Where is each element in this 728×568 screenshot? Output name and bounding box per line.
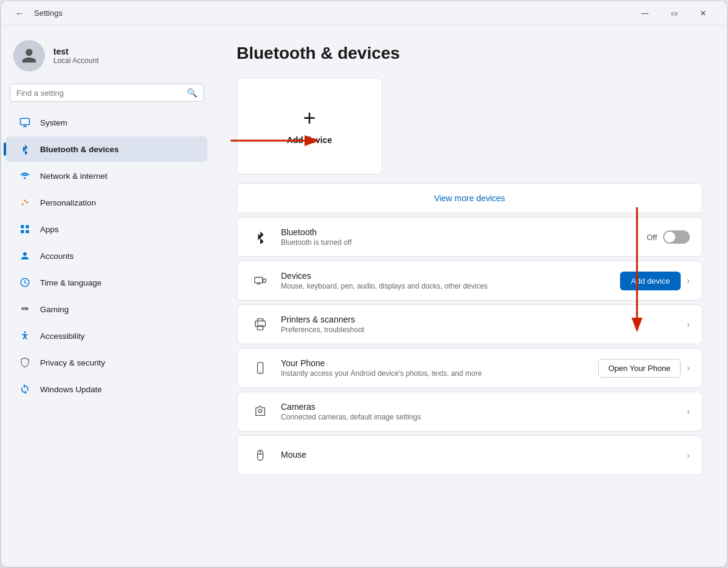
sidebar-item-label-network: Network & internet [40, 172, 107, 181]
devices-card: Devices Mouse, keyboard, pen, audio, dis… [237, 261, 703, 301]
bluetooth-row[interactable]: Bluetooth Bluetooth is turned off Off [237, 218, 702, 256]
devices-add-device-button[interactable]: Add device [620, 272, 681, 290]
your-phone-row[interactable]: Your Phone Instantly access your Android… [237, 349, 702, 387]
sidebar-item-system[interactable]: System [6, 110, 207, 135]
view-more-text: View more devices [434, 193, 505, 203]
svg-point-7 [24, 332, 26, 333]
sidebar-item-label-accounts: Accounts [40, 252, 74, 261]
bluetooth-card: Bluetooth Bluetooth is turned off Off [237, 217, 703, 257]
bluetooth-toggle-wrap: Off [647, 230, 690, 244]
mouse-row-text: Mouse [281, 450, 687, 461]
apps-icon [18, 222, 32, 236]
printers-row-subtitle: Preferences, troubleshoot [281, 326, 687, 334]
your-phone-chevron: › [687, 363, 690, 373]
minimize-button[interactable]: — [631, 4, 659, 23]
back-button[interactable]: ← [11, 5, 28, 22]
devices-row[interactable]: Devices Mouse, keyboard, pen, audio, dis… [237, 261, 702, 300]
cameras-row-subtitle: Connected cameras, default image setting… [281, 413, 687, 421]
mouse-row-icon [249, 444, 271, 466]
svg-rect-5 [26, 230, 29, 233]
sidebar-item-bluetooth[interactable]: Bluetooth & devices [6, 136, 207, 162]
printers-chevron: › [687, 319, 690, 329]
bluetooth-nav-icon [18, 142, 32, 156]
cameras-row-text: Cameras Connected cameras, default image… [281, 402, 687, 421]
bluetooth-row-subtitle: Bluetooth is turned off [281, 238, 647, 247]
your-phone-row-text: Your Phone Instantly access your Android… [281, 358, 598, 378]
search-box[interactable]: 🔍 [10, 84, 204, 102]
your-phone-row-title: Your Phone [281, 358, 598, 368]
toggle-knob [664, 232, 675, 242]
maximize-button[interactable]: ▭ [660, 4, 688, 23]
sidebar-item-gaming[interactable]: Gaming [6, 296, 207, 322]
svg-rect-3 [26, 225, 29, 228]
svg-rect-2 [21, 225, 24, 228]
your-phone-row-subtitle: Instantly access your Android device's p… [281, 369, 598, 378]
sidebar: test Local Account 🔍 System [1, 25, 212, 567]
phone-row-icon [249, 357, 271, 379]
plus-icon: + [303, 107, 315, 129]
sidebar-item-label-apps: Apps [40, 225, 59, 234]
titlebar-left: ← Settings [11, 5, 631, 22]
sidebar-item-label-gaming: Gaming [40, 305, 69, 314]
paint-icon [18, 196, 32, 209]
mouse-chevron: › [687, 450, 690, 460]
add-device-card[interactable]: + Add device [237, 78, 382, 175]
svg-point-1 [24, 177, 26, 179]
user-name: test [53, 47, 99, 56]
printers-row[interactable]: Printers & scanners Preferences, trouble… [237, 305, 702, 344]
cameras-row-title: Cameras [281, 402, 687, 412]
bluetooth-toggle[interactable] [663, 230, 690, 244]
sidebar-item-label-time: Time & language [40, 278, 102, 287]
printers-row-title: Printers & scanners [281, 315, 687, 324]
svg-point-12 [260, 372, 261, 373]
svg-rect-0 [21, 118, 30, 125]
search-input[interactable] [16, 89, 182, 98]
devices-row-icon [249, 270, 271, 292]
camera-row-icon [249, 401, 271, 423]
main-content: Bluetooth & devices + Add device View mo… [212, 25, 727, 497]
your-phone-card: Your Phone Instantly access your Android… [237, 348, 703, 388]
devices-row-text: Devices Mouse, keyboard, pen, audio, dis… [281, 271, 620, 290]
main-wrapper: Bluetooth & devices + Add device View mo… [212, 25, 727, 567]
monitor-icon [18, 116, 32, 129]
bluetooth-row-icon [249, 226, 271, 248]
network-icon [18, 169, 32, 182]
add-device-card-label: Add device [287, 135, 332, 145]
open-your-phone-button[interactable]: Open Your Phone [598, 359, 681, 378]
user-type: Local Account [53, 56, 99, 65]
sidebar-item-accounts[interactable]: Accounts [6, 243, 207, 269]
devices-row-subtitle: Mouse, keyboard, pen, audio, displays an… [281, 282, 620, 290]
sidebar-item-privacy[interactable]: Privacy & security [6, 350, 207, 375]
cameras-row-action: › [687, 407, 690, 416]
cameras-chevron: › [687, 407, 690, 416]
cameras-row[interactable]: Cameras Connected cameras, default image… [237, 392, 702, 431]
titlebar-controls: — ▭ ✕ [631, 4, 717, 23]
content-area: test Local Account 🔍 System [1, 25, 727, 567]
devices-row-action: Add device › [620, 272, 690, 290]
printer-row-icon [249, 313, 271, 335]
svg-rect-9 [263, 279, 266, 282]
accessibility-icon [18, 329, 32, 342]
titlebar: ← Settings — ▭ ✕ [1, 1, 727, 25]
bluetooth-row-title: Bluetooth [281, 227, 647, 237]
user-info: test Local Account [53, 47, 99, 65]
sidebar-item-personalization[interactable]: Personalization [6, 190, 207, 215]
bluetooth-toggle-label: Off [647, 233, 657, 242]
close-button[interactable]: ✕ [689, 4, 717, 23]
sidebar-item-label-personalization: Personalization [40, 198, 96, 207]
sidebar-item-apps[interactable]: Apps [6, 216, 207, 242]
user-section: test Local Account [1, 30, 212, 84]
search-icon: 🔍 [187, 88, 197, 98]
sidebar-item-windows-update[interactable]: Windows Update [6, 376, 207, 402]
sidebar-item-label-privacy: Privacy & security [40, 358, 105, 367]
printers-row-action: › [687, 319, 690, 329]
sidebar-item-label-windows-update: Windows Update [40, 385, 102, 394]
sidebar-item-time[interactable]: Time & language [6, 270, 207, 295]
view-more-row[interactable]: View more devices [237, 183, 703, 213]
time-icon [18, 276, 32, 289]
sidebar-item-accessibility[interactable]: Accessibility [6, 323, 207, 349]
accounts-icon [18, 249, 32, 262]
mouse-row[interactable]: Mouse › [237, 436, 702, 475]
mouse-row-action: › [687, 450, 690, 460]
sidebar-item-network[interactable]: Network & internet [6, 163, 207, 189]
